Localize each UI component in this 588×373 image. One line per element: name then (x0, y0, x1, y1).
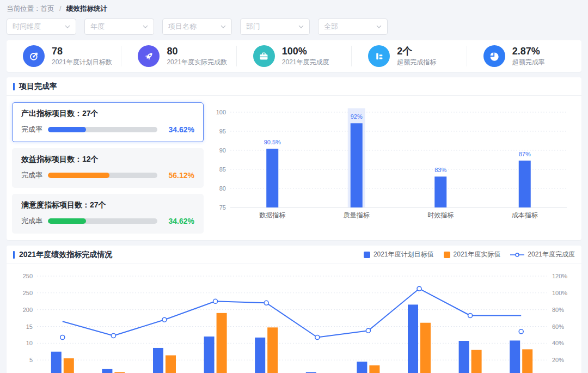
right-axis-tick-label: 100% (552, 290, 567, 296)
plan-bar[interactable] (459, 341, 469, 373)
y-axis-tick-label: 90 (219, 147, 226, 154)
rocket-icon (138, 45, 160, 67)
filter-select-3[interactable]: 项目名称 (162, 19, 232, 35)
panel-project-completion: 项目完成率 产出指标项目数：27个完成率34.62%效益指标项目数：12个完成率… (7, 77, 581, 240)
indicator-card-list: 产出指标项目数：27个完成率34.62%效益指标项目数：12个完成率56.12%… (12, 102, 204, 234)
completion-value: 56.12% (163, 171, 194, 180)
progress-fill (48, 218, 86, 224)
panel-annual-indicators: 2021年度绩效指标完成情况 2021年度计划目标值2021年度实际值2021年… (7, 246, 581, 373)
left-axis-tick-label: 5 (29, 357, 33, 363)
plan-bar[interactable] (153, 348, 163, 373)
bar-value-label: 87% (519, 151, 531, 157)
actual-bar[interactable] (217, 313, 227, 373)
kpi-label: 超额完成指标 (397, 58, 436, 67)
breadcrumb: 当前位置：首页 / 绩效指标统计 (7, 4, 581, 14)
completion-row: 完成率56.12% (21, 170, 194, 180)
completion-line (63, 289, 521, 337)
completion-line-marker[interactable] (468, 314, 473, 318)
indicator-bar[interactable] (351, 123, 363, 207)
completion-label: 完成率 (21, 216, 42, 226)
filter-select-5[interactable]: 全部 (318, 19, 388, 35)
progress-fill (48, 173, 109, 178)
x-axis-category-label: 质量指标 (344, 211, 370, 219)
completion-line-marker[interactable] (417, 286, 421, 291)
legend-item-1[interactable]: 2021年度计划目标值 (364, 250, 434, 259)
legend-swatch (444, 252, 450, 258)
legend-label: 2021年度计划目标值 (373, 250, 434, 259)
kpi-label: 超额完成率 (512, 58, 545, 67)
actual-bar[interactable] (64, 358, 74, 373)
filter-placeholder: 全部 (324, 22, 338, 32)
completion-row: 完成率34.62% (21, 216, 194, 226)
indicator-bar[interactable] (266, 149, 278, 207)
progress-track (48, 218, 157, 224)
indicator-card-2[interactable]: 效益指标项目数：12个完成率56.12% (12, 148, 204, 188)
dashboard-page: 当前位置：首页 / 绩效指标统计 时间维度年度项目名称部门全部 782021年度… (0, 0, 588, 373)
kpi-value: 100% (282, 46, 329, 57)
filter-select-2[interactable]: 年度 (84, 19, 154, 35)
progress-track (48, 127, 157, 132)
indicator-bar[interactable] (519, 161, 531, 207)
left-axis-tick-label: 15 (26, 323, 33, 330)
x-axis-category-label: 成本指标 (512, 211, 538, 219)
completion-line-marker[interactable] (315, 335, 320, 340)
right-axis-tick-label: 60% (552, 323, 564, 330)
kpi-item: 100%2021年度完成度 (236, 46, 351, 66)
progress-track (48, 173, 157, 178)
completion-line-marker[interactable] (60, 335, 65, 340)
kpi-label: 2021年度计划目标数 (52, 58, 112, 67)
actual-bar[interactable] (267, 327, 278, 373)
breadcrumb-home-link[interactable]: 首页 (41, 5, 54, 13)
legend-label: 2021年度完成度 (528, 250, 575, 259)
panel-title: 项目完成率 (19, 82, 57, 91)
annual-combo-chart: 250120%250100%20080%1560%1040%520%00%打造一… (7, 264, 581, 373)
plan-bar[interactable] (204, 337, 215, 373)
left-axis-tick-label: 250 (23, 273, 33, 279)
actual-bar[interactable] (471, 350, 482, 373)
chevron-down-icon (298, 25, 304, 28)
completion-line-marker[interactable] (366, 328, 370, 333)
completion-line-marker[interactable] (519, 329, 523, 334)
left-axis-tick-label: 250 (23, 290, 33, 296)
completion-value: 34.62% (163, 125, 194, 134)
legend-item-2[interactable]: 2021年度实际值 (444, 250, 501, 259)
y-axis-tick-label: 80 (219, 185, 226, 192)
actual-bar[interactable] (166, 356, 176, 373)
kpi-text: 802021年度实际完成数 (167, 46, 227, 67)
kpi-value: 80 (167, 46, 227, 57)
completion-line-marker[interactable] (162, 317, 167, 322)
filter-select-4[interactable]: 部门 (240, 19, 310, 35)
breadcrumb-prefix: 当前位置： (7, 5, 41, 13)
chevron-down-icon (220, 25, 226, 28)
y-axis-tick-label: 100 (216, 109, 226, 115)
completion-line-marker[interactable] (213, 299, 218, 303)
actual-bar[interactable] (369, 365, 379, 373)
plan-bar[interactable] (255, 338, 265, 373)
kpi-item: 2个超额完成指标 (351, 46, 466, 66)
kpi-label: 2021年度实际完成数 (167, 58, 227, 67)
legend-item-3[interactable]: 2021年度完成度 (510, 250, 575, 259)
actual-bar[interactable] (420, 323, 431, 373)
kpi-value: 2个 (397, 46, 436, 57)
indicator-card-3[interactable]: 满意度指标项目数：27个完成率34.62% (12, 194, 204, 234)
plan-bar[interactable] (102, 369, 112, 373)
actual-bar[interactable] (522, 349, 532, 373)
kpi-item: 2.87%超额完成率 (467, 46, 581, 66)
filter-select-1[interactable]: 时间维度 (7, 19, 76, 35)
right-axis-tick-label: 80% (552, 307, 564, 313)
filter-bar: 时间维度年度项目名称部门全部 (7, 19, 581, 35)
filter-placeholder: 年度 (90, 22, 105, 32)
legend-label: 2021年度实际值 (454, 250, 501, 259)
indicator-bar[interactable] (434, 176, 446, 207)
completion-line-marker[interactable] (111, 334, 115, 338)
indicator-card-1[interactable]: 产出指标项目数：27个完成率34.62% (12, 102, 204, 142)
y-axis-tick-label: 85 (219, 166, 226, 173)
plan-bar[interactable] (51, 352, 62, 373)
plan-bar[interactable] (510, 340, 520, 373)
bar-value-label: 83% (434, 167, 446, 173)
panel-project-completion-body: 产出指标项目数：27个完成率34.62%效益指标项目数：12个完成率56.12%… (7, 96, 581, 240)
completion-label: 完成率 (21, 125, 42, 134)
plan-bar[interactable] (357, 362, 367, 373)
completion-line-marker[interactable] (264, 301, 268, 305)
plan-bar[interactable] (408, 304, 418, 373)
